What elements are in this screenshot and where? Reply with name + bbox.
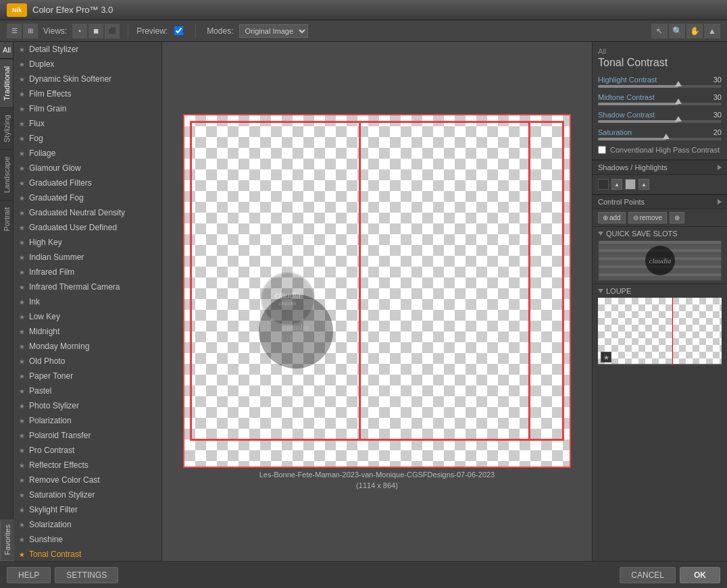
filter-item[interactable]: ★Foliage bbox=[14, 146, 161, 161]
filter-star[interactable]: ★ bbox=[19, 373, 25, 380]
shadow-arrow-btn2[interactable]: ▲ bbox=[638, 179, 649, 190]
filter-star[interactable]: ★ bbox=[19, 432, 25, 439]
filter-item[interactable]: ★Fog bbox=[14, 131, 161, 146]
high-pass-checkbox[interactable] bbox=[598, 146, 606, 154]
filter-item[interactable]: ★Graduated User Defined bbox=[14, 220, 161, 235]
filter-star[interactable]: ★ bbox=[19, 254, 25, 261]
filter-star[interactable]: ★ bbox=[19, 462, 25, 469]
quick-save-header[interactable]: QUICK SAVE SLOTS bbox=[598, 230, 722, 238]
filter-item[interactable]: ★Pastel bbox=[14, 383, 161, 398]
filter-item[interactable]: ★Film Effects bbox=[14, 86, 161, 101]
filter-star[interactable]: ★ bbox=[19, 551, 25, 558]
view-large-btn[interactable]: ⬛ bbox=[105, 24, 120, 38]
filter-star[interactable]: ★ bbox=[19, 135, 25, 142]
filter-star[interactable]: ★ bbox=[19, 284, 25, 291]
slider-thumb-0[interactable] bbox=[675, 81, 682, 86]
help-button[interactable]: HELP bbox=[7, 567, 51, 583]
cp-add-btn[interactable]: ⊕ add bbox=[598, 212, 626, 223]
filter-item[interactable]: ★Old Photo bbox=[14, 354, 161, 369]
slider-thumb-3[interactable] bbox=[663, 134, 670, 139]
filter-star[interactable]: ★ bbox=[19, 313, 25, 321]
filter-item[interactable]: ★Tonal Contrast bbox=[14, 547, 161, 561]
filter-star[interactable]: ★ bbox=[19, 209, 25, 217]
filter-item[interactable]: ★Detail Stylizer bbox=[14, 42, 161, 57]
filter-star[interactable]: ★ bbox=[19, 506, 25, 514]
filter-star[interactable]: ★ bbox=[19, 239, 25, 246]
tab-all[interactable]: All bbox=[0, 42, 13, 59]
quick-save-thumb[interactable] bbox=[598, 240, 722, 281]
filter-item[interactable]: ★Saturation Stylizer bbox=[14, 487, 161, 502]
filter-item[interactable]: ★Solarization bbox=[14, 517, 161, 532]
filter-item[interactable]: ★Pro Contrast bbox=[14, 443, 161, 458]
favorites-tab[interactable]: Favorites bbox=[0, 519, 14, 561]
zoom-tool[interactable]: 🔍 bbox=[669, 24, 685, 38]
filter-item[interactable]: ★Film Grain bbox=[14, 101, 161, 116]
filter-item[interactable]: ★Skylight Filter bbox=[14, 502, 161, 517]
filter-star[interactable]: ★ bbox=[19, 477, 25, 484]
cp-remove-btn[interactable]: ⊖ remove bbox=[628, 212, 667, 223]
filter-item[interactable]: ★Indian Summer bbox=[14, 250, 161, 265]
filter-star[interactable]: ★ bbox=[19, 90, 25, 98]
shadow-swatch-light[interactable] bbox=[625, 179, 636, 190]
preview-checkbox[interactable] bbox=[174, 26, 183, 35]
loupe-header[interactable]: LOUPE bbox=[598, 287, 722, 295]
filter-star[interactable]: ★ bbox=[19, 402, 25, 410]
settings-button[interactable]: SETTINGS bbox=[55, 567, 118, 583]
filter-item[interactable]: ★Flux bbox=[14, 116, 161, 131]
preview-canvas[interactable] bbox=[183, 114, 571, 468]
modes-select[interactable]: Original Image bbox=[239, 24, 308, 38]
filter-star[interactable]: ★ bbox=[19, 224, 25, 232]
shadow-swatch-dark[interactable] bbox=[598, 179, 609, 190]
filter-item[interactable]: ★Polarization bbox=[14, 413, 161, 428]
shadows-highlights-header[interactable]: Shadows / Highlights bbox=[593, 160, 727, 175]
filter-star[interactable]: ★ bbox=[19, 298, 25, 306]
filter-star[interactable]: ★ bbox=[19, 387, 25, 395]
filter-star[interactable]: ★ bbox=[19, 536, 25, 543]
shadow-arrow-btn[interactable]: ▲ bbox=[611, 179, 622, 190]
filter-item[interactable]: ★Graduated Neutral Density bbox=[14, 205, 161, 220]
tab-traditional[interactable]: Traditional bbox=[0, 59, 13, 107]
filter-item[interactable]: ★Duplex bbox=[14, 57, 161, 72]
filter-star[interactable]: ★ bbox=[19, 417, 25, 425]
filter-item[interactable]: ★Midnight bbox=[14, 324, 161, 339]
filter-star[interactable]: ★ bbox=[19, 269, 25, 276]
view-medium-btn[interactable]: ◼ bbox=[89, 24, 103, 38]
filter-star[interactable]: ★ bbox=[19, 343, 25, 350]
control-points-header[interactable]: Control Points bbox=[593, 194, 727, 209]
filter-star[interactable]: ★ bbox=[19, 165, 25, 172]
filter-star[interactable]: ★ bbox=[19, 491, 25, 499]
filter-star[interactable]: ★ bbox=[19, 120, 25, 128]
filter-item[interactable]: ★Graduated Fog bbox=[14, 190, 161, 205]
filter-item[interactable]: ★Infrared Film bbox=[14, 265, 161, 279]
filter-star[interactable]: ★ bbox=[19, 180, 25, 187]
tab-portrait[interactable]: Portrait bbox=[0, 200, 13, 238]
loupe-star-btn[interactable]: ★ bbox=[601, 352, 611, 363]
arrow-tool[interactable]: ↖ bbox=[651, 24, 668, 38]
filter-item[interactable]: ★Glamour Glow bbox=[14, 161, 161, 176]
filter-star[interactable]: ★ bbox=[19, 358, 25, 365]
filter-item[interactable]: ★Low Key bbox=[14, 309, 161, 324]
view-list-btn[interactable]: ☰ bbox=[7, 24, 22, 38]
filter-item[interactable]: ★Remove Color Cast bbox=[14, 473, 161, 487]
slider-thumb-1[interactable] bbox=[675, 99, 682, 104]
filter-star[interactable]: ★ bbox=[19, 447, 25, 454]
filter-item[interactable]: ★Polaroid Transfer bbox=[14, 428, 161, 443]
view-grid-btn[interactable]: ⊞ bbox=[23, 24, 38, 38]
cp-add2-btn[interactable]: ⊕ bbox=[670, 212, 684, 223]
pan-tool[interactable]: ✋ bbox=[686, 24, 703, 38]
filter-star[interactable]: ★ bbox=[19, 76, 25, 83]
filter-item[interactable]: ★Graduated Filters bbox=[14, 176, 161, 190]
ok-button[interactable]: OK bbox=[680, 567, 720, 583]
filter-star[interactable]: ★ bbox=[19, 521, 25, 529]
info-tool[interactable]: ▲ bbox=[704, 24, 720, 38]
filter-item[interactable]: ★High Key bbox=[14, 235, 161, 250]
filter-item[interactable]: ★Photo Stylizer bbox=[14, 398, 161, 413]
filter-item[interactable]: ★Ink bbox=[14, 294, 161, 309]
filter-star[interactable]: ★ bbox=[19, 150, 25, 157]
filter-star[interactable]: ★ bbox=[19, 105, 25, 113]
tab-stylizing[interactable]: Stylizing bbox=[0, 107, 13, 149]
filter-item[interactable]: ★Sunshine bbox=[14, 532, 161, 547]
filter-star[interactable]: ★ bbox=[19, 61, 25, 68]
filter-item[interactable]: ★Infrared Thermal Camera bbox=[14, 279, 161, 294]
filter-star[interactable]: ★ bbox=[19, 194, 25, 202]
